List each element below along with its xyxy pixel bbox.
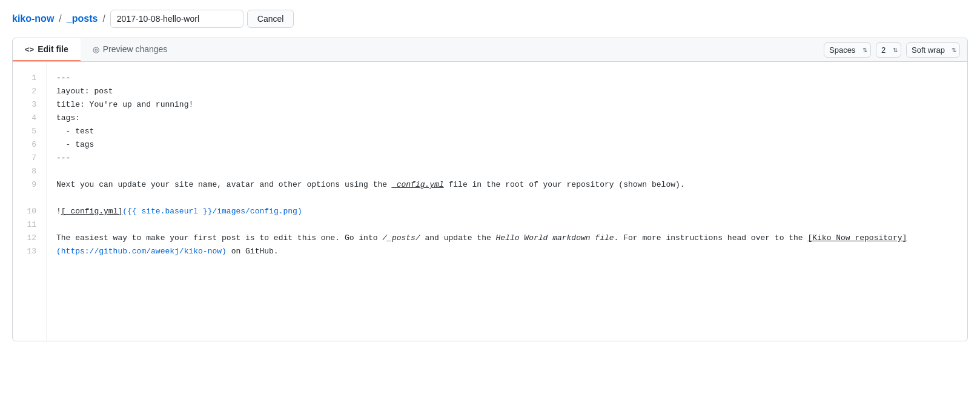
indent-type-wrapper[interactable]: Spaces Tabs — [824, 42, 871, 58]
soft-wrap-select[interactable]: Soft wrap No wrap — [906, 42, 960, 58]
code-content[interactable]: ---layout: posttitle: You're up and runn… — [47, 62, 967, 341]
code-line-10 — [56, 192, 967, 205]
cancel-button[interactable]: Cancel — [247, 10, 294, 28]
code-line-1: --- — [56, 72, 967, 85]
code-line-7: --- — [56, 152, 967, 165]
code-line-13: The easiest way to make your first post … — [56, 232, 967, 258]
line-number-5: 5 — [22, 125, 36, 138]
soft-wrap-wrapper[interactable]: Soft wrap No wrap — [906, 42, 960, 58]
editor-toolbar: <> Edit file ◎ Preview changes Spaces Ta… — [13, 38, 967, 62]
indent-size-wrapper[interactable]: 2 4 8 — [876, 42, 901, 58]
tab-preview-changes[interactable]: ◎ Preview changes — [81, 38, 180, 61]
preview-icon: ◎ — [93, 45, 99, 54]
line-number-12: 12 — [22, 232, 36, 245]
code-line-12 — [56, 218, 967, 232]
breadcrumb-sep2: / — [102, 13, 105, 24]
code-line-9: Next you can update your site name, avat… — [56, 178, 967, 192]
line-number-8: 8 — [22, 165, 36, 178]
editor-body: 12345678910111213 ---layout: posttitle: … — [13, 62, 967, 341]
breadcrumb-owner[interactable]: kiko-now — [12, 13, 54, 24]
filename-input[interactable] — [110, 10, 243, 28]
tab-edit-label: Edit file — [38, 44, 68, 54]
line-number-10: 10 — [22, 205, 36, 218]
line-number-7: 7 — [22, 152, 36, 165]
indent-size-select[interactable]: 2 4 8 — [876, 42, 901, 58]
edit-file-icon: <> — [25, 45, 34, 54]
line-number-9: 9 — [22, 178, 36, 205]
line-numbers: 12345678910111213 — [13, 62, 47, 341]
editor-container: <> Edit file ◎ Preview changes Spaces Ta… — [12, 38, 968, 341]
tab-preview-label: Preview changes — [103, 44, 168, 54]
line-number-6: 6 — [22, 138, 36, 152]
code-line-5: - test — [56, 125, 967, 138]
code-line-3: title: You're up and running! — [56, 98, 967, 112]
line-number-1: 1 — [22, 72, 36, 85]
line-number-3: 3 — [22, 98, 36, 112]
code-line-2: layout: post — [56, 85, 967, 98]
line-number-2: 2 — [22, 85, 36, 98]
code-line-8 — [56, 165, 967, 178]
code-line-4: tags: — [56, 112, 967, 125]
breadcrumb-repo[interactable]: _posts — [67, 13, 98, 24]
code-line-11: ![_config.yml]({{ site.baseurl }}/images… — [56, 205, 967, 218]
line-number-13: 13 — [22, 245, 36, 272]
tab-edit-file[interactable]: <> Edit file — [13, 38, 81, 61]
toolbar-right: Spaces Tabs 2 4 8 Soft wrap No wrap — [824, 42, 967, 58]
breadcrumb-bar: kiko-now / _posts / Cancel — [0, 0, 980, 38]
breadcrumb-sep1: / — [59, 13, 61, 24]
line-number-11: 11 — [22, 218, 36, 232]
line-number-4: 4 — [22, 112, 36, 125]
code-line-6: - tags — [56, 138, 967, 152]
indent-type-select[interactable]: Spaces Tabs — [824, 42, 871, 58]
